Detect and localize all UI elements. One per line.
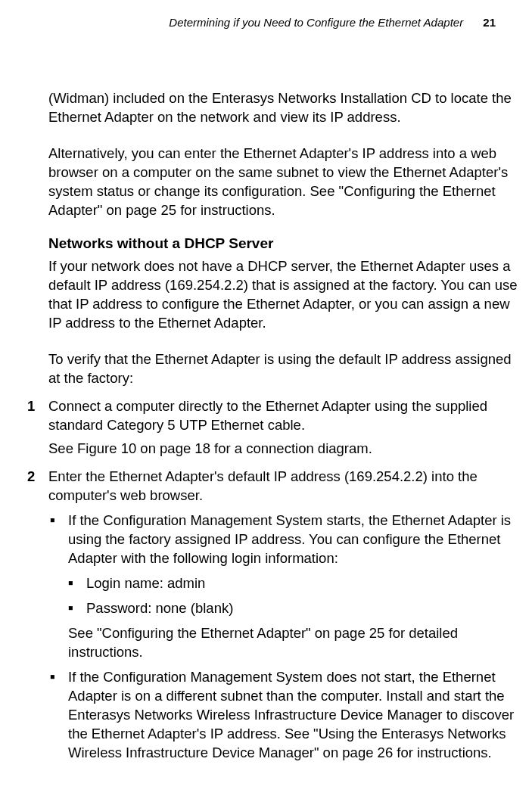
step-number: 2 [27,468,35,487]
sub-bullet-item: Login name: admin [48,574,518,593]
bullet-text: See "Configuring the Ethernet Adapter" o… [68,625,458,660]
bullet-continuation: See "Configuring the Ethernet Adapter" o… [48,624,518,662]
page-content: (Widman) included on the Enterasys Netwo… [48,89,518,763]
bullet-text: Login name: admin [86,575,205,591]
step-text: See Figure 10 on page 18 for a connectio… [48,440,518,459]
sub-bullet-item: Password: none (blank) [48,599,518,618]
page-number: 21 [483,16,496,29]
step-text: Connect a computer directly to the Ether… [48,397,518,435]
bullet-text: If the Configuration Management System s… [68,512,511,566]
step-1: 1 Connect a computer directly to the Eth… [48,397,518,459]
running-header: Determining if you Need to Configure the… [169,15,496,30]
bullet-item: If the Configuration Management System s… [48,511,518,568]
step-number: 1 [27,397,35,416]
paragraph: To verify that the Ethernet Adapter is u… [48,350,518,388]
bullet-item: If the Configuration Management System d… [48,668,518,763]
section-title: Determining if you Need to Configure the… [169,16,463,29]
paragraph: (Widman) included on the Enterasys Netwo… [48,89,518,127]
bullet-text: Password: none (blank) [86,600,233,616]
paragraph: If your network does not have a DHCP ser… [48,257,518,333]
step-2: 2 Enter the Ethernet Adapter's default I… [48,468,518,763]
paragraph: Alternatively, you can enter the Etherne… [48,145,518,220]
step-text: Enter the Ethernet Adapter's default IP … [48,468,518,505]
heading-networks-without-dhcp: Networks without a DHCP Server [48,234,518,253]
bullet-text: If the Configuration Management System d… [68,669,514,760]
